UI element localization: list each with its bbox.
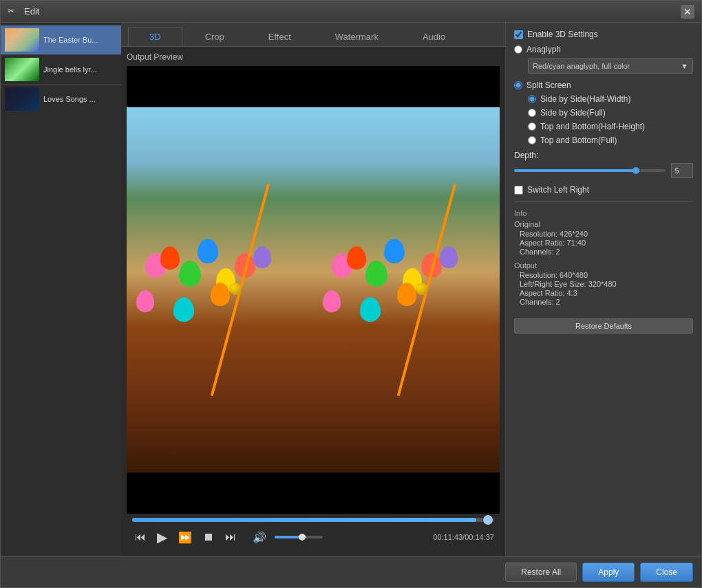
controls-bar: ⏮ ▶ ⏩ ⏹ ⏭ 🔊 00:11:43/00:14:37 <box>127 514 500 551</box>
dropdown-arrow-icon: ▼ <box>681 62 688 70</box>
side-by-side-half-row: Side by Side(Half-Width) <box>528 94 693 104</box>
split-screen-label: Split Screen <box>526 80 571 90</box>
enable-3d-checkbox[interactable] <box>514 30 523 39</box>
sidebar-item-1[interactable]: Jingle bells lyr... <box>1 55 121 84</box>
progress-fill <box>132 518 476 522</box>
side-by-side-full-label: Side by Side(Full) <box>540 108 606 118</box>
anaglyph-dropdown-value: Red/cyan anaglyph, full color <box>533 62 630 70</box>
apply-button[interactable]: Apply <box>582 563 635 582</box>
right-panel: Enable 3D Settings Anaglyph Red/cyan ana… <box>505 23 701 556</box>
depth-row: 5 <box>514 163 693 178</box>
sidebar-item-2[interactable]: Loves Songs ... <box>1 85 121 113</box>
tab-crop[interactable]: Crop <box>184 27 246 46</box>
tab-watermark[interactable]: Watermark <box>314 27 400 46</box>
sidebar-label-0: The Easter Bu... <box>43 36 117 44</box>
switch-lr-label: Switch Left Right <box>527 185 589 195</box>
enable-3d-label: Enable 3D Settings <box>527 30 598 39</box>
video-right <box>313 107 500 472</box>
sidebar-thumb-2 <box>5 87 39 111</box>
anaglyph-radio[interactable] <box>514 45 522 54</box>
top-bottom-half-row: Top and Bottom(Half-Height) <box>528 122 693 131</box>
original-aspect: Aspect Ratio: 71:40 <box>514 239 693 247</box>
top-bottom-full-radio[interactable] <box>528 136 536 144</box>
side-by-side-full-row: Side by Side(Full) <box>528 108 693 118</box>
preview-label: Output Preview <box>127 52 500 62</box>
depth-slider[interactable] <box>514 169 666 172</box>
restore-all-button[interactable]: Restore All <box>505 563 577 582</box>
center-area: 3D Crop Effect Watermark Audio Output Pr… <box>121 23 505 556</box>
tab-3d[interactable]: 3D <box>128 27 182 46</box>
switch-lr-row: Switch Left Right <box>514 185 693 195</box>
switch-lr-checkbox[interactable] <box>514 186 523 195</box>
close-window-button[interactable]: ✕ <box>681 5 694 19</box>
sidebar-label-1: Jingle bells lyr... <box>43 65 117 74</box>
side-by-side-half-radio[interactable] <box>528 95 536 103</box>
depth-label: Depth: <box>514 151 538 160</box>
output-resolution: Resolution: 640*480 <box>514 271 693 279</box>
split-screen-radio[interactable] <box>514 81 522 89</box>
progress-thumb <box>483 515 493 525</box>
sidebar-label-2: Loves Songs ... <box>43 95 117 103</box>
tabs-bar: 3D Crop Effect Watermark Audio <box>121 23 505 47</box>
controls-buttons: ⏮ ▶ ⏩ ⏹ ⏭ 🔊 00:11:43/00:14:37 <box>132 527 494 547</box>
anaglyph-dropdown[interactable]: Red/cyan anaglyph, full color ▼ <box>528 58 693 74</box>
anaglyph-label: Anaglyph <box>526 45 561 54</box>
anaglyph-row: Anaglyph <box>514 45 693 54</box>
enable-3d-row: Enable 3D Settings <box>514 30 693 39</box>
volume-track[interactable] <box>275 536 323 538</box>
app-icon: ✂ <box>8 6 19 17</box>
original-channels: Channels: 2 <box>514 248 693 256</box>
edit-window: ✂ Edit ✕ The Easter Bu... Jingle bells l… <box>0 0 702 588</box>
info-title: Info <box>514 209 693 217</box>
original-title: Original <box>514 220 693 228</box>
stop-button[interactable]: ⏹ <box>200 530 217 545</box>
volume-thumb <box>299 534 306 541</box>
original-resolution: Resolution: 426*240 <box>514 230 693 238</box>
sidebar-item-0[interactable]: The Easter Bu... <box>1 25 121 54</box>
progress-track[interactable] <box>132 518 494 522</box>
video-bottom-bar <box>127 472 500 514</box>
video-left <box>127 107 313 472</box>
output-eye-size: Left/Right Eye Size: 320*480 <box>514 280 693 288</box>
output-title: Output <box>514 261 693 270</box>
tab-effect[interactable]: Effect <box>247 27 312 46</box>
tab-audio[interactable]: Audio <box>401 27 467 46</box>
video-top-bar <box>127 66 500 107</box>
top-bottom-full-label: Top and Bottom(Full) <box>540 135 617 145</box>
preview-area: Output Preview <box>121 47 505 556</box>
bottom-bar: Restore All Apply Close <box>1 556 701 587</box>
fast-forward-button[interactable]: ⏩ <box>176 530 195 545</box>
sidebar-thumb-0 <box>5 28 39 52</box>
sidebar-thumb-1 <box>5 58 39 81</box>
window-title: Edit <box>24 6 681 17</box>
side-by-side-full-radio[interactable] <box>528 109 536 117</box>
main-content: The Easter Bu... Jingle bells lyr... Lov… <box>1 23 701 556</box>
split-screen-row: Split Screen <box>514 80 693 90</box>
time-display: 00:11:43/00:14:37 <box>433 533 494 541</box>
restore-defaults-button[interactable]: Restore Defaults <box>514 318 693 334</box>
side-by-side-half-label: Side by Side(Half-Width) <box>540 94 630 104</box>
output-info-section: Output Resolution: 640*480 Left/Right Ey… <box>514 261 693 306</box>
output-aspect: Aspect Ratio: 4:3 <box>514 289 693 297</box>
title-bar: ✂ Edit ✕ <box>1 1 701 23</box>
info-section: Info Original Resolution: 426*240 Aspect… <box>514 209 693 256</box>
video-container <box>127 66 500 514</box>
rewind-to-start-button[interactable]: ⏮ <box>132 530 149 545</box>
depth-input[interactable]: 5 <box>671 163 693 178</box>
depth-slider-thumb <box>632 167 639 174</box>
skip-to-end-button[interactable]: ⏭ <box>222 530 239 545</box>
video-frame <box>127 107 500 472</box>
volume-button[interactable]: 🔊 <box>250 530 269 545</box>
sidebar: The Easter Bu... Jingle bells lyr... Lov… <box>1 23 121 556</box>
play-button[interactable]: ▶ <box>154 527 170 547</box>
top-bottom-full-row: Top and Bottom(Full) <box>528 135 693 145</box>
output-channels: Channels: 2 <box>514 298 693 306</box>
top-bottom-half-label: Top and Bottom(Half-Height) <box>540 122 645 131</box>
close-button[interactable]: Close <box>640 563 693 582</box>
top-bottom-half-radio[interactable] <box>528 122 536 131</box>
